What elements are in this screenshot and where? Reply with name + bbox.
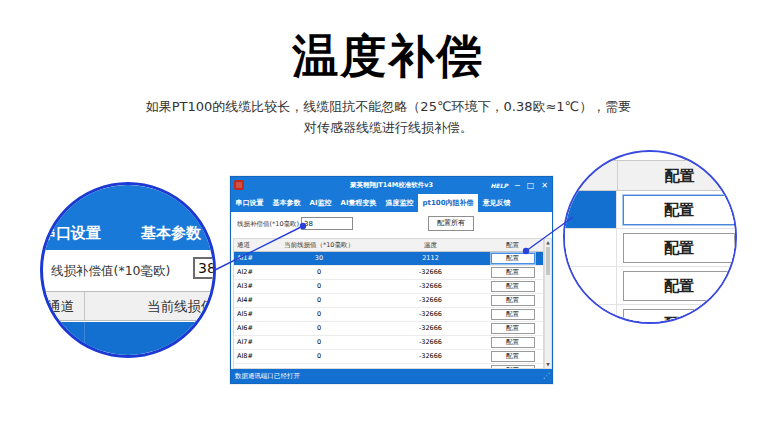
cell-line-loss: 0 xyxy=(259,336,379,349)
magnified-config-header-label: 配置 xyxy=(620,167,737,186)
tab-temp-monitor[interactable]: 温度监控 xyxy=(381,194,418,212)
magnified-config-button[interactable]: 配置 xyxy=(623,195,735,225)
header-config: 配置 xyxy=(482,239,543,251)
cell-line-loss: 0 xyxy=(259,280,379,293)
cell-channel: AI6# xyxy=(234,322,259,335)
cell-temperature: -32666 xyxy=(379,308,482,321)
cell-channel: AI2# xyxy=(234,266,259,279)
cell-channel: AI5# xyxy=(234,308,259,321)
table-row[interactable]: AI8#0-32666配置 xyxy=(234,350,543,364)
cell-temperature: -32666 xyxy=(379,294,482,307)
magnified-config-button[interactable]: 配置 xyxy=(623,309,735,324)
cell-config: 配置 xyxy=(482,322,543,335)
magnified-header-line-loss: 当前线损值 xyxy=(147,298,215,316)
tab-ai-monitor[interactable]: AI监控 xyxy=(305,194,336,212)
cell-config: 配置 xyxy=(482,350,543,363)
magnified-tab-basic: 基本参数 xyxy=(141,224,201,243)
table-row[interactable]: AI2#0-32666配置 xyxy=(234,266,543,280)
cell-line-loss: 0 xyxy=(259,266,379,279)
magnified-compensation-label: 线损补偿值(*10毫欧) xyxy=(51,263,170,280)
right-callout-rows: 配置配置配置配置 xyxy=(565,191,737,324)
channel-table-body: AI1#302112配置AI2#0-32666配置AI3#0-32666配置AI… xyxy=(234,252,543,369)
magnified-left-cell xyxy=(565,229,617,266)
config-button[interactable]: 配置 xyxy=(491,281,535,292)
help-button[interactable]: HELP xyxy=(491,182,508,189)
table-row[interactable]: AI6#0-32666配置 xyxy=(234,322,543,336)
cell-line-loss: 0 xyxy=(259,308,379,321)
cell-temperature: 2112 xyxy=(379,252,482,265)
table-row[interactable]: AI1#302112配置 xyxy=(234,252,543,266)
subtitle-line-1: 如果PT100的线缆比较长，线缆阻抗不能忽略（25℃环境下，0.38欧≈1℃），… xyxy=(0,96,777,117)
cell-config: 配置 xyxy=(482,252,543,265)
column-divider xyxy=(84,292,85,320)
magnified-config-button[interactable]: 配置 xyxy=(623,233,735,263)
tab-serial-settings[interactable]: 串口设置 xyxy=(231,194,268,212)
table-row[interactable]: AI4#0-32666配置 xyxy=(234,294,543,308)
scrollbar-thumb[interactable] xyxy=(546,247,550,275)
compensation-input[interactable] xyxy=(301,217,353,230)
tab-feedback[interactable]: 意见反馈 xyxy=(478,194,515,212)
cell-config: 配置 xyxy=(482,280,543,293)
magnified-config-row: 配置 xyxy=(565,267,737,305)
main-tab-bar: 串口设置基本参数AI监控AI量程变换温度监控pt100内阻补偿意见反馈 xyxy=(231,194,552,212)
column-divider xyxy=(84,322,85,358)
resize-grip-icon: ⋰ xyxy=(543,369,550,383)
magnified-selected-row xyxy=(43,322,216,358)
calibration-app-window: 聚英翱翔JT14M校准软件v3 HELP ─ □ ✕ 串口设置基本参数AI监控A… xyxy=(230,176,553,384)
cell-channel: AI8# xyxy=(234,350,259,363)
cell-line-loss: 0 xyxy=(259,322,379,335)
magnified-config-row: 配置 xyxy=(565,191,737,229)
magnified-left-cell xyxy=(565,267,617,304)
status-text: 数据通讯端口已经打开 xyxy=(235,372,300,380)
table-row[interactable]: AI5#0-32666配置 xyxy=(234,308,543,322)
cell-channel: AI4# xyxy=(234,294,259,307)
compensation-label: 线损补偿值(*10毫欧) xyxy=(237,220,299,229)
column-divider xyxy=(617,161,618,190)
configure-all-button[interactable]: 配置所有 xyxy=(428,216,474,231)
config-button[interactable]: 配置 xyxy=(491,309,535,320)
cell-temperature: -32666 xyxy=(379,280,482,293)
tab-basic-params[interactable]: 基本参数 xyxy=(268,194,305,212)
magnified-left-cell xyxy=(565,305,617,324)
config-button[interactable]: 配置 xyxy=(491,253,535,264)
magnified-config-row: 配置 xyxy=(565,305,737,324)
cell-line-loss: 0 xyxy=(259,294,379,307)
magnified-compensation-input xyxy=(193,257,216,279)
tab-ai-range-convert[interactable]: AI量程变换 xyxy=(336,194,381,212)
cell-channel: AI1# xyxy=(234,252,259,265)
magnified-tab-bar: 串口设置 基本参数 xyxy=(43,185,216,250)
cell-config: 配置 xyxy=(482,308,543,321)
cell-config: 配置 xyxy=(482,294,543,307)
table-row[interactable]: AI3#0-32666配置 xyxy=(234,280,543,294)
magnified-header-channel: 通道 xyxy=(47,298,74,316)
cell-temperature: -32666 xyxy=(379,336,482,349)
magnified-tab-serial: 串口设置 xyxy=(41,224,101,243)
page-title: 温度补偿 xyxy=(0,26,777,88)
magnified-config-button[interactable]: 配置 xyxy=(623,271,735,301)
scroll-up-icon[interactable]: ▲ xyxy=(545,240,551,245)
tab-pt100-compensation[interactable]: pt100内阻补偿 xyxy=(418,194,478,212)
config-button[interactable]: 配置 xyxy=(491,337,535,348)
minimize-icon[interactable]: ─ xyxy=(515,177,520,194)
maximize-icon[interactable]: □ xyxy=(527,177,535,194)
cell-temperature: -32666 xyxy=(379,266,482,279)
page-subtitle: 如果PT100的线缆比较长，线缆阻抗不能忽略（25℃环境下，0.38欧≈1℃），… xyxy=(0,96,777,138)
cell-temperature: -32666 xyxy=(379,322,482,335)
magnified-left-cell xyxy=(565,191,617,228)
config-button[interactable]: 配置 xyxy=(491,295,535,306)
header-line-loss: 当前线损值（*10毫欧） xyxy=(259,239,379,251)
channel-table: 通道 当前线损值（*10毫欧） 温度 配置 AI1#302112配置AI2#0-… xyxy=(233,238,544,369)
right-magnifier-callout: 配置 配置配置配置配置 xyxy=(563,150,737,324)
cell-line-loss: 30 xyxy=(259,252,379,265)
table-scrollbar[interactable]: ▲ ▼ xyxy=(544,238,552,369)
config-button[interactable]: 配置 xyxy=(491,267,535,278)
magnified-table-header: 通道 当前线损值 xyxy=(43,291,216,321)
scroll-down-icon[interactable]: ▼ xyxy=(545,362,551,367)
close-icon[interactable]: ✕ xyxy=(541,177,548,194)
cell-config: 配置 xyxy=(482,336,543,349)
magnified-config-header: 配置 xyxy=(565,160,737,191)
config-button[interactable]: 配置 xyxy=(491,351,535,362)
header-channel: 通道 xyxy=(234,239,259,251)
config-button[interactable]: 配置 xyxy=(491,323,535,334)
table-row[interactable]: AI7#0-32666配置 xyxy=(234,336,543,350)
